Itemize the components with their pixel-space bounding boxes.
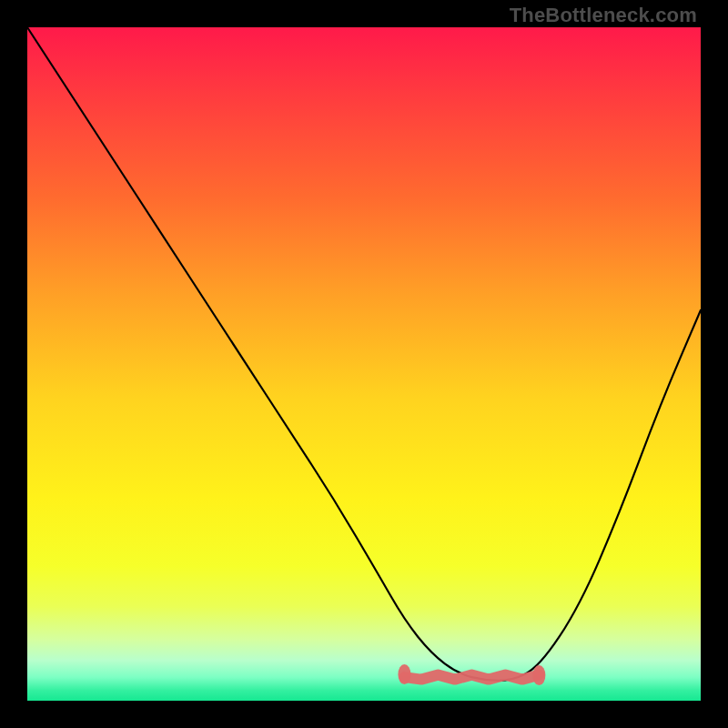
chart-overlay — [27, 27, 701, 701]
watermark-text: TheBottleneck.com — [510, 4, 697, 27]
optimal-region-markers — [398, 664, 545, 685]
plot-area — [27, 27, 701, 701]
svg-point-1 — [398, 664, 410, 684]
svg-point-2 — [532, 665, 545, 685]
bottleneck-curve — [27, 27, 701, 681]
chart-frame: TheBottleneck.com — [0, 0, 728, 728]
